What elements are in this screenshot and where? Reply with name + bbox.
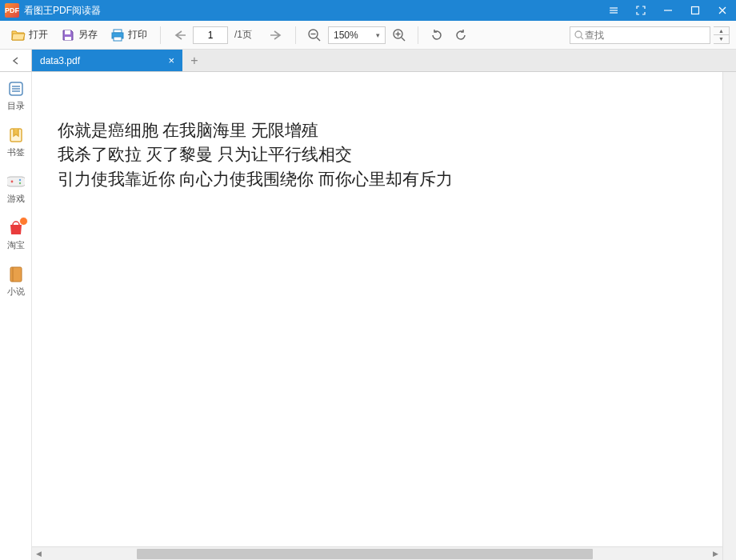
zoom-select[interactable]: 150% ▾ <box>328 26 386 44</box>
search-input[interactable] <box>585 30 706 41</box>
svg-rect-7 <box>65 30 70 34</box>
app-logo-icon: PDF <box>5 3 19 18</box>
svg-line-16 <box>402 38 405 41</box>
title-bar: PDF 看图王PDF阅读器 <box>0 0 736 21</box>
separator <box>418 26 418 44</box>
save-icon <box>61 28 75 42</box>
folder-open-icon <box>11 28 26 42</box>
chevron-up-icon[interactable]: ▲ <box>714 27 729 36</box>
sidebar-label: 游戏 <box>7 193 25 205</box>
minimize-icon[interactable] <box>654 0 682 21</box>
page-number-input[interactable] <box>193 26 228 44</box>
sidebar-item-taobao[interactable]: 淘宝 <box>7 219 25 251</box>
tab-close-icon[interactable]: × <box>168 54 174 66</box>
svg-rect-4 <box>692 7 699 14</box>
search-stepper[interactable]: ▲ ▼ <box>714 26 730 44</box>
book-icon <box>7 266 25 283</box>
sidebar-item-bookmark[interactable]: 书签 <box>7 126 25 158</box>
svg-rect-29 <box>10 267 22 282</box>
sidebar: 目录 书签 游戏 淘宝 小说 <box>0 72 32 560</box>
search-box[interactable] <box>570 26 710 44</box>
sidebar-label: 目录 <box>7 100 25 112</box>
svg-point-26 <box>10 181 13 183</box>
rotate-left-button[interactable] <box>426 25 447 46</box>
bookmark-icon <box>7 126 25 144</box>
svg-point-19 <box>575 31 582 38</box>
open-button[interactable]: 打开 <box>6 25 53 46</box>
prev-page-button[interactable] <box>169 25 190 46</box>
svg-rect-8 <box>65 37 71 40</box>
next-page-button[interactable] <box>266 25 287 46</box>
sidebar-item-novel[interactable]: 小说 <box>7 266 25 298</box>
gamepad-icon <box>7 173 25 190</box>
app-title: 看图王PDF阅读器 <box>24 4 101 18</box>
sidebar-label: 小说 <box>7 286 25 298</box>
scroll-right-icon[interactable]: ▶ <box>709 548 722 560</box>
zoom-out-button[interactable] <box>304 25 325 46</box>
document-line: 你就是癌细胞 在我脑海里 无限增殖 <box>58 118 697 142</box>
search-icon <box>574 30 585 41</box>
tab-filename: data3.pdf <box>40 55 80 66</box>
print-icon <box>110 28 125 42</box>
scroll-left-icon[interactable]: ◀ <box>32 548 46 560</box>
close-icon[interactable] <box>709 0 736 21</box>
sidebar-label: 书签 <box>7 146 25 158</box>
shopping-bag-icon <box>7 219 25 237</box>
chevron-down-icon: ▾ <box>376 31 380 39</box>
chevron-down-icon[interactable]: ▼ <box>714 35 729 43</box>
fullscreen-icon[interactable] <box>627 0 654 21</box>
sidebar-item-toc[interactable]: 目录 <box>7 80 25 112</box>
menu-icon[interactable] <box>600 0 627 21</box>
zoom-in-button[interactable] <box>389 25 410 46</box>
toolbar: 打开 另存 打印 /1页 150% ▾ ▲ ▼ <box>0 21 736 50</box>
svg-point-28 <box>18 182 20 184</box>
maximize-icon[interactable] <box>682 0 709 21</box>
svg-rect-11 <box>114 37 122 41</box>
horizontal-scrollbar[interactable]: ◀ ▶ <box>32 546 722 560</box>
collapse-sidebar-button[interactable] <box>0 50 32 71</box>
sidebar-item-game[interactable]: 游戏 <box>7 173 25 205</box>
scroll-track[interactable] <box>46 548 709 560</box>
list-icon <box>7 80 25 98</box>
separator <box>295 26 296 44</box>
scroll-thumb[interactable] <box>137 549 593 559</box>
open-label: 打开 <box>29 28 48 42</box>
sidebar-label: 淘宝 <box>7 239 25 251</box>
print-button[interactable]: 打印 <box>106 25 152 46</box>
add-tab-button[interactable]: + <box>182 50 206 71</box>
svg-line-20 <box>581 37 583 39</box>
rotate-right-button[interactable] <box>450 25 471 46</box>
document-viewport: 你就是癌细胞 在我脑海里 无限增殖 我杀了欧拉 灭了黎曼 只为让平行线相交 引力… <box>32 72 722 546</box>
separator <box>160 26 161 44</box>
print-label: 打印 <box>128 28 147 42</box>
svg-line-13 <box>317 38 320 41</box>
document-line: 引力使我靠近你 向心力使我围绕你 而你心里却有斥力 <box>58 167 697 191</box>
document-line: 我杀了欧拉 灭了黎曼 只为让平行线相交 <box>58 142 697 166</box>
svg-point-27 <box>18 179 20 181</box>
svg-rect-9 <box>114 30 122 33</box>
save-as-label: 另存 <box>78 28 98 42</box>
save-as-button[interactable]: 另存 <box>56 25 102 46</box>
vertical-scrollbar[interactable] <box>722 72 736 560</box>
tab-active[interactable]: data3.pdf × <box>32 50 182 71</box>
zoom-value: 150% <box>334 30 358 41</box>
tab-bar: data3.pdf × + <box>0 50 736 72</box>
page-total-label: /1页 <box>234 28 252 42</box>
